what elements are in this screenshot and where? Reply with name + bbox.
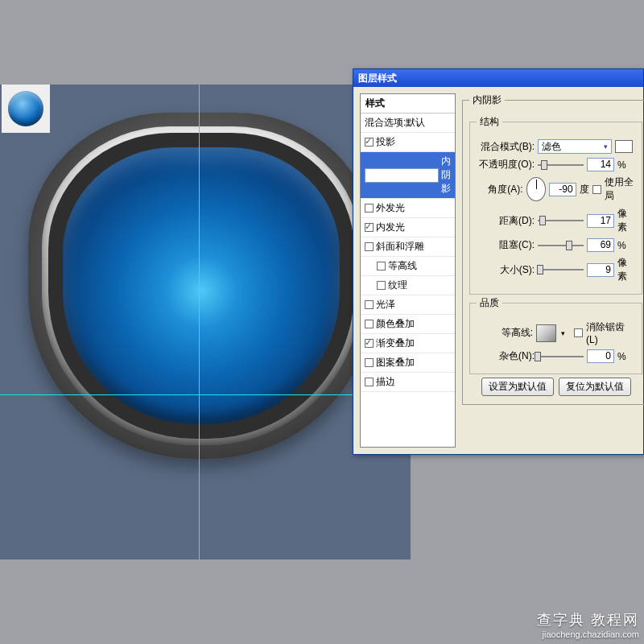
styles-header: 样式 [361,94,455,114]
style-item[interactable]: 光泽 [361,295,455,315]
styles-list: 样式 混合选项:默认投影内阴影外发光内发光斜面和浮雕等高线纹理光泽颜色叠加渐变叠… [360,93,456,448]
style-item[interactable]: 混合选项:默认 [361,114,455,133]
choke-slider[interactable] [538,240,584,251]
style-item[interactable]: 外发光 [361,199,455,218]
style-checkbox[interactable] [365,223,374,232]
color-swatch[interactable] [615,140,633,153]
artboard [0,85,411,559]
guide-vertical[interactable] [199,85,200,559]
style-checkbox[interactable] [365,378,374,386]
noise-unit: % [617,351,635,362]
chevron-down-icon: ▾ [561,329,565,337]
reset-default-button[interactable]: 复位为默认值 [559,378,631,396]
noise-label: 杂色(N): [477,349,535,363]
inner-shadow-panel: 内阴影 结构 混合模式(B): 滤色 ▾ 不透明度(O): [462,93,644,448]
style-checkbox[interactable] [365,242,374,251]
size-slider[interactable] [538,264,584,275]
opacity-label: 不透明度(O): [477,158,535,171]
angle-input[interactable]: -90 [549,183,576,196]
style-item[interactable]: 内阴影 [361,152,455,199]
style-checkbox[interactable] [365,300,374,309]
icon-blue-face [63,147,340,424]
style-checkbox[interactable] [365,168,439,183]
distance-slider[interactable] [538,215,584,226]
style-checkbox[interactable] [377,262,386,270]
style-item-label: 图案叠加 [376,356,415,369]
watermark-url: jiaocheng.chazidian.com [537,630,639,639]
choke-label: 阻塞(C): [477,238,535,252]
style-item[interactable]: 图案叠加 [361,353,455,373]
inner-shadow-group: 内阴影 结构 混合模式(B): 滤色 ▾ 不透明度(O): [462,93,644,405]
quality-group: 品质 等高线: ▾ 消除锯齿(L) 杂色(N): 0 % [469,296,642,374]
preview-icon [8,91,43,126]
style-checkbox[interactable] [365,204,374,213]
size-unit: 像素 [617,256,635,283]
style-item-label: 投影 [376,135,395,149]
antialias-label: 消除锯齿(L) [586,320,635,345]
choke-input[interactable]: 69 [587,238,614,252]
distance-unit: 像素 [617,207,635,234]
style-item-label: 内阴影 [441,155,451,196]
style-item[interactable]: 等高线 [361,257,455,276]
angle-unit: 度 [580,183,589,196]
style-checkbox[interactable] [365,138,374,147]
style-item-label: 等高线 [388,259,417,273]
distance-input[interactable]: 17 [587,214,614,228]
style-item[interactable]: 渐变叠加 [361,334,455,353]
distance-label: 距离(D): [477,214,535,228]
use-global-checkbox[interactable] [592,185,601,194]
style-item-label: 混合选项:默认 [365,116,425,130]
structure-legend: 结构 [477,115,502,129]
blend-mode-select[interactable]: 滤色 ▾ [538,139,612,154]
style-checkbox[interactable] [377,281,386,290]
style-item-label: 纹理 [388,279,407,292]
dialog-title: 图层样式 [358,72,397,85]
opacity-unit: % [617,159,635,171]
structure-group: 结构 混合模式(B): 滤色 ▾ 不透明度(O): 14 % [469,115,642,295]
style-checkbox[interactable] [365,320,374,328]
style-item[interactable]: 描边 [361,373,455,392]
opacity-slider[interactable] [538,159,584,171]
dialog-titlebar[interactable]: 图层样式 [353,69,643,87]
blend-mode-label: 混合模式(B): [477,140,535,154]
style-checkbox[interactable] [365,358,374,367]
contour-label: 等高线: [477,326,533,340]
use-global-label: 使用全局 [605,175,635,203]
style-item[interactable]: 纹理 [361,276,455,295]
style-item[interactable]: 内发光 [361,218,455,237]
opacity-input[interactable]: 14 [587,158,614,171]
antialias-checkbox[interactable] [574,328,583,337]
guide-horizontal[interactable] [0,394,411,395]
noise-input[interactable]: 0 [587,349,614,363]
choke-unit: % [617,240,635,251]
quality-legend: 品质 [477,296,502,310]
layer-style-dialog: 图层样式 样式 混合选项:默认投影内阴影外发光内发光斜面和浮雕等高线纹理光泽颜色… [353,68,644,455]
style-item-label: 内发光 [376,221,405,234]
watermark: 查字典 教程网 jiaocheng.chazidian.com [537,610,639,639]
style-checkbox[interactable] [365,339,374,348]
style-item-label: 光泽 [376,298,395,312]
noise-slider[interactable] [538,351,584,362]
style-item-label: 颜色叠加 [376,317,415,331]
size-input[interactable]: 9 [587,263,614,277]
style-item[interactable]: 颜色叠加 [361,315,455,334]
make-default-button[interactable]: 设置为默认值 [481,378,554,396]
panel-title: 内阴影 [469,93,505,107]
preview-swatch [2,85,50,133]
chevron-down-icon: ▾ [604,142,608,151]
style-item-label: 斜面和浮雕 [376,240,424,254]
style-item[interactable]: 投影 [361,133,455,152]
style-item-label: 渐变叠加 [376,336,415,350]
size-label: 大小(S): [477,263,535,277]
watermark-title: 查字典 教程网 [537,610,639,630]
angle-label: 角度(A): [477,183,523,196]
angle-dial[interactable] [526,177,546,201]
blend-mode-value: 滤色 [542,140,561,154]
style-item-label: 外发光 [376,201,405,215]
style-item[interactable]: 斜面和浮雕 [361,237,455,257]
contour-picker[interactable]: ▾ [536,324,556,342]
style-item-label: 描边 [376,375,395,389]
